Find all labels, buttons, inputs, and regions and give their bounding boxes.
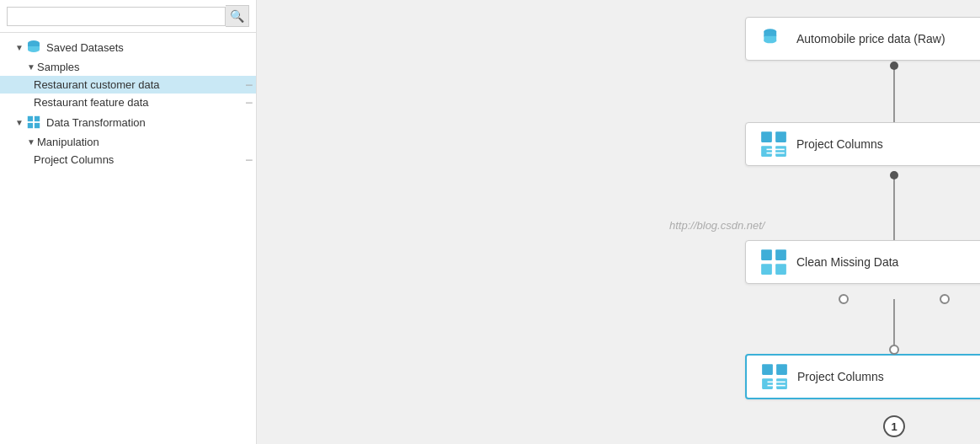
clean-missing-icon [759,248,788,276]
tree-node-manipulation: ▼ Manipulation Project Columns ⎼ [0,133,256,169]
svg-rect-28 [776,364,787,375]
project-columns2-label: Project Columns [797,370,884,383]
connector-dot [890,62,898,70]
saved-datasets-header[interactable]: ▼ Saved Datasets [0,36,256,58]
data-transformation-label: Data Transformation [46,116,146,129]
svg-rect-17 [761,131,772,142]
search-button[interactable]: 🔍 [226,5,249,27]
svg-rect-27 [762,364,773,375]
arrow-saved-datasets: ▼ [13,43,25,52]
arrow-manipulation: ▼ [25,137,37,147]
connector-dot [890,171,898,179]
tree-node-data-transformation: ▼ Data Transformation ▼ Manipulation [0,111,256,169]
automobile-node[interactable]: Automobile price data (Raw) [745,17,980,61]
project-columns-icon [759,130,788,158]
svg-rect-23 [761,249,772,260]
samples-header[interactable]: ▼ Samples [0,58,256,76]
drag-handle-icon: ⎼ [246,96,253,109]
project-columns2-icon [760,362,789,391]
tree-node-samples: ▼ Samples Restaurant customer data ⎼ Res… [0,58,256,111]
clean-missing-label: Clean Missing Data [796,255,898,269]
canvas: http://blog.csdn.net/ Automobile price d… [257,0,980,444]
restaurant-customer-label: Restaurant customer data [34,78,242,91]
svg-rect-24 [775,249,786,260]
svg-rect-6 [35,116,40,121]
svg-rect-18 [775,131,786,142]
samples-label: Samples [37,61,80,73]
project-columns-side-label: Project Columns [34,153,242,166]
sidebar-content: ▼ Saved Datasets ▼ Samples [0,33,256,444]
data-transformation-header[interactable]: ▼ Data Transformation [0,111,256,133]
saved-datasets-label: Saved Datasets [46,41,124,54]
svg-rect-19 [761,146,772,157]
svg-rect-8 [35,123,40,128]
manipulation-label: Manipulation [37,136,99,148]
svg-rect-30 [776,378,787,389]
arrow-data-transformation: ▼ [13,118,25,127]
arrow-samples: ▼ [25,62,37,72]
list-item-restaurant-customer[interactable]: Restaurant customer data ⎼ [0,76,256,94]
search-bar: proje 🔍 [0,0,256,33]
connector-dot-open-left [839,294,849,304]
clean-missing-node[interactable]: Clean Missing Data [745,240,980,284]
manipulation-header[interactable]: ▼ Manipulation [0,133,256,151]
grid-icon [25,114,42,131]
automobile-icon [759,24,788,53]
watermark: http://blog.csdn.net/ [669,219,764,232]
restaurant-feature-label: Restaurant feature data [34,96,242,109]
list-item-restaurant-feature[interactable]: Restaurant feature data ⎼ [0,94,256,111]
drag-handle-icon: ⎼ [246,153,253,166]
list-item-project-columns-side[interactable]: Project Columns ⎼ [0,151,256,169]
dataset-icon [25,39,42,56]
drag-handle-icon: ⎼ [246,78,253,91]
svg-rect-25 [761,264,772,275]
svg-rect-29 [762,378,773,389]
svg-rect-7 [28,123,33,128]
project-columns-label: Project Columns [796,137,883,151]
search-input[interactable]: proje [7,7,226,26]
svg-rect-5 [28,116,33,121]
step-badge: 1 [883,415,905,437]
connector-dot-open-top [889,345,899,355]
automobile-label: Automobile price data (Raw) [796,32,945,45]
svg-point-16 [764,38,776,43]
project-columns-node[interactable]: Project Columns [745,122,980,166]
project-columns2-node[interactable]: Project Columns ! [745,354,980,399]
tree-node-saved-datasets: ▼ Saved Datasets ▼ Samples [0,36,256,111]
svg-point-4 [28,47,40,52]
svg-rect-26 [775,264,786,275]
svg-rect-20 [775,146,786,157]
connector-dot-open-right [940,294,950,304]
sidebar: proje 🔍 ▼ Saved Datasets [0,0,257,444]
